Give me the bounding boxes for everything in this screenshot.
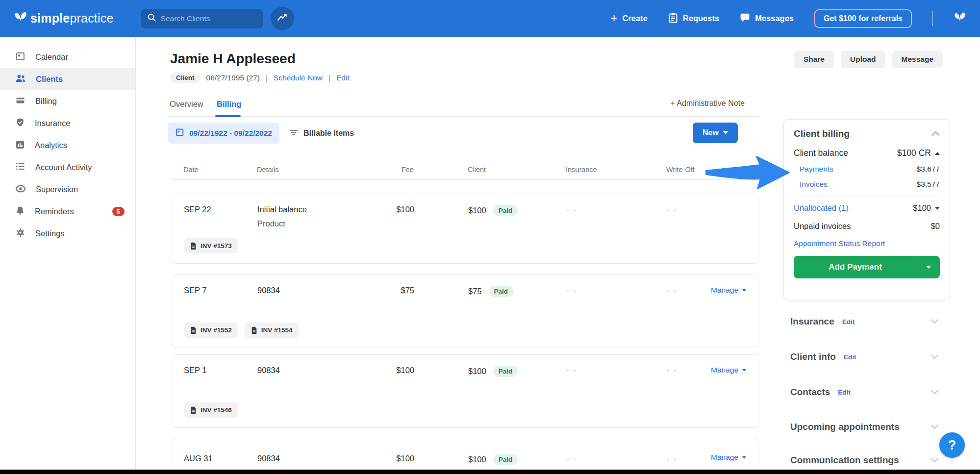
column-header-client: Client: [414, 162, 566, 174]
section-client-info[interactable]: Client info Edit: [790, 351, 939, 362]
sidebar-item-billing[interactable]: Billing: [0, 90, 135, 112]
chevron-down-icon: [723, 131, 728, 134]
chevron-down-icon[interactable]: [930, 423, 939, 431]
date-range-picker[interactable]: 09/22/1922 - 09/22/2022: [168, 123, 279, 144]
invoice-chip-label: INV #1546: [201, 406, 232, 414]
invoice-chip[interactable]: INV #1573: [184, 238, 238, 253]
eye-icon: [15, 184, 26, 195]
client-balance-row[interactable]: Client balance $100 CR: [794, 148, 940, 158]
panel-title: Client billing: [794, 128, 850, 139]
unallocated-link[interactable]: Unallocated (1): [794, 203, 849, 213]
chevron-down-icon[interactable]: [930, 388, 939, 397]
row-date: SEP 7: [184, 286, 257, 295]
invoice-chip[interactable]: INV #1554: [245, 323, 299, 338]
sidebar-item-settings[interactable]: Settings: [0, 223, 135, 245]
sidebar-item-reminders[interactable]: Reminders 5: [0, 200, 135, 223]
top-navigation: simplepractice + Create Requests: [0, 0, 980, 37]
expand-triangle-icon[interactable]: [935, 207, 940, 210]
chevron-down-icon[interactable]: [930, 352, 939, 361]
sidebar-item-calendar[interactable]: Calendar: [0, 46, 135, 68]
tab-overview[interactable]: Overview: [170, 100, 203, 109]
manage-dropdown[interactable]: Manage: [711, 366, 746, 374]
requests-button[interactable]: Requests: [668, 12, 719, 25]
section-title: Communication settings: [790, 455, 899, 466]
client-search[interactable]: [141, 9, 263, 28]
annotation-arrow: [705, 153, 792, 195]
unpaid-invoices-row: Unpaid invoices $0: [794, 222, 940, 231]
billable-items-filter[interactable]: Billable items: [289, 123, 354, 144]
search-input[interactable]: [161, 14, 257, 23]
manage-dropdown[interactable]: Manage: [711, 286, 746, 295]
chevron-up-icon[interactable]: [931, 129, 940, 138]
tab-billing[interactable]: Billing: [217, 100, 241, 109]
new-button[interactable]: New: [693, 123, 738, 143]
client-action-buttons: Share Upload Message: [784, 50, 943, 68]
chevron-down-icon[interactable]: [930, 456, 939, 465]
client-type-badge: Client: [170, 72, 201, 83]
filter-label: Billable items: [303, 129, 354, 138]
screenshot-bottom-bar: [0, 470, 980, 474]
section-insurance[interactable]: Insurance Edit: [790, 316, 939, 327]
sidebar-item-supervision[interactable]: Supervision: [0, 178, 135, 200]
help-label: ?: [948, 438, 956, 453]
edit-client-info-link[interactable]: Edit: [844, 353, 856, 361]
paid-status-badge: Paid: [493, 205, 518, 216]
messages-button[interactable]: Messages: [740, 12, 794, 25]
invoice-chip[interactable]: INV #1546: [184, 402, 238, 418]
appointment-status-report-link[interactable]: Appointment Status Report: [794, 239, 885, 248]
referral-button[interactable]: Get $100 for referrals: [814, 9, 912, 28]
sidebar-item-label: Account Activity: [35, 163, 125, 172]
page-title-client-name: Jamie H Appleseed: [170, 51, 296, 67]
column-header-date: Date: [183, 162, 257, 174]
add-payment-dropdown[interactable]: [917, 266, 940, 269]
brand-logo[interactable]: simplepractice: [14, 11, 114, 26]
sidebar-item-account-activity[interactable]: Account Activity: [0, 156, 135, 178]
sidebar-item-analytics[interactable]: Analytics: [0, 134, 135, 156]
invoice-chip-label: INV #1573: [201, 242, 232, 249]
edit-client-link[interactable]: Edit: [336, 74, 350, 82]
bell-icon: [15, 205, 25, 218]
upload-button[interactable]: Upload: [841, 50, 885, 68]
help-button[interactable]: ?: [939, 432, 965, 458]
message-bubble-icon: [740, 12, 750, 25]
row-fee: $100: [369, 366, 414, 375]
add-administrative-note-button[interactable]: + Administrative Note: [670, 99, 745, 108]
invoice-chip[interactable]: INV #1552: [184, 323, 238, 338]
billing-row-sep-22: SEP 22 Initial balance Product $100 $100…: [172, 194, 758, 264]
share-button[interactable]: Share: [794, 50, 834, 68]
row-details: 90834: [257, 286, 369, 295]
edit-insurance-link[interactable]: Edit: [842, 318, 855, 325]
row-date: SEP 1: [184, 366, 257, 375]
payments-value: $3,677: [917, 165, 940, 174]
chevron-down-icon[interactable]: [930, 317, 939, 326]
schedule-now-link[interactable]: Schedule Now: [274, 74, 323, 82]
top-nav-actions: + Create Requests Messages Get $100 for …: [610, 9, 966, 28]
invoices-link[interactable]: Invoices: [800, 180, 828, 189]
add-payment-button[interactable]: Add Payment: [794, 256, 940, 278]
payments-link[interactable]: Payments: [800, 165, 833, 174]
client-meta-row: Client 06/27/1995 (27) | Schedule Now | …: [170, 72, 350, 83]
section-upcoming-appointments[interactable]: Upcoming appointments: [790, 422, 939, 432]
invoices-value: $3,577: [917, 180, 940, 189]
analytics-shortcut-button[interactable]: [271, 7, 294, 30]
section-communication-settings[interactable]: Communication settings: [790, 455, 939, 466]
client-balance-value: $100 CR: [897, 148, 931, 158]
account-butterfly-icon[interactable]: [954, 12, 966, 25]
edit-contacts-link[interactable]: Edit: [838, 389, 851, 396]
row-insurance: - -: [566, 205, 667, 214]
row-details-sub: Product: [257, 219, 369, 228]
manage-dropdown[interactable]: Manage: [711, 453, 746, 462]
butterfly-logo-icon: [14, 11, 27, 26]
chevron-down-icon: [742, 289, 746, 292]
messages-label: Messages: [755, 14, 794, 23]
row-writeoff: - -: [667, 205, 747, 214]
invoice-chips: INV #1546: [184, 402, 238, 418]
message-button[interactable]: Message: [892, 50, 943, 68]
section-contacts[interactable]: Contacts Edit: [790, 387, 939, 398]
create-button[interactable]: + Create: [610, 13, 647, 24]
sidebar-item-insurance[interactable]: Insurance: [0, 112, 135, 134]
document-icon: [251, 326, 257, 334]
sidebar-item-clients[interactable]: Clients: [0, 68, 135, 90]
create-label: Create: [622, 14, 647, 23]
document-icon: [190, 242, 197, 250]
